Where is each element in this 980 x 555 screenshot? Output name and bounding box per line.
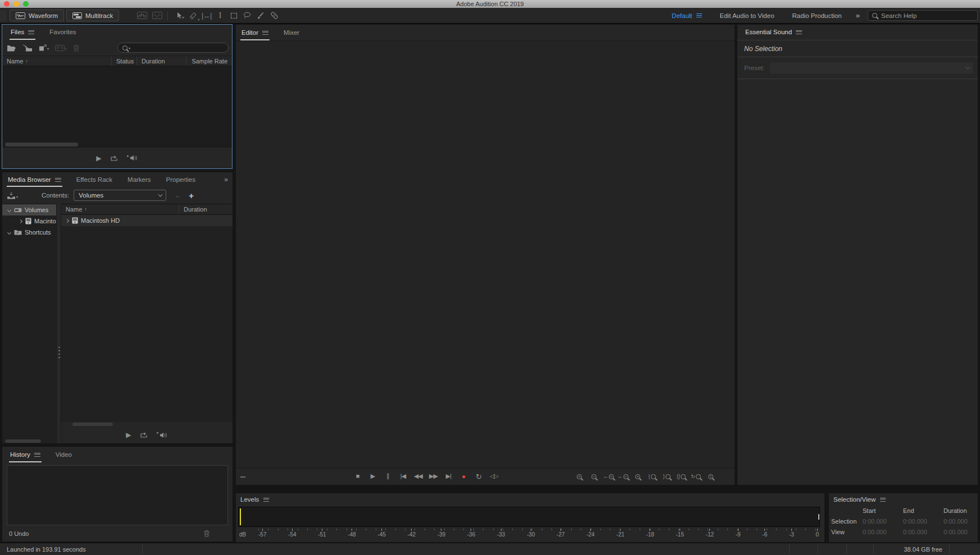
zoom-reset-button[interactable]: ↻ — [690, 474, 702, 479]
column-header-duration[interactable]: Duration — [136, 56, 186, 66]
tree-item-macintosh-hd[interactable]: Macintosh HD — [2, 215, 56, 227]
tab-properties[interactable]: Properties — [165, 173, 197, 187]
tab-media-browser[interactable]: Media Browser — [7, 173, 62, 187]
column-header-status[interactable]: Status — [111, 56, 136, 66]
zoom-in-amplitude-button[interactable]: ↔+ — [602, 474, 614, 479]
tab-essential-sound[interactable]: Essential Sound — [744, 24, 803, 40]
zoom-out-time-button[interactable]: − — [587, 474, 600, 479]
help-search-input[interactable] — [881, 12, 973, 19]
editor-empty-canvas[interactable] — [236, 40, 735, 468]
panel-overflow-button[interactable]: » — [224, 176, 228, 184]
preview-play-button[interactable]: ▶ — [126, 431, 131, 439]
scrollbar-thumb[interactable] — [5, 439, 41, 443]
scrollbar-thumb[interactable] — [72, 423, 113, 426]
import-file-button[interactable] — [22, 44, 33, 52]
selection-end-value[interactable]: 0:00.000 — [903, 516, 943, 526]
column-header-duration[interactable]: Duration — [179, 204, 233, 214]
selection-view-menu-icon[interactable] — [880, 498, 886, 502]
slip-tool-button[interactable]: |↔| — [200, 9, 213, 22]
record-button[interactable]: ● — [458, 473, 470, 481]
tab-video[interactable]: Video — [54, 447, 73, 462]
files-panel-menu-icon[interactable] — [28, 30, 34, 34]
table-row-macintosh-hd[interactable]: Macintosh HD — [61, 215, 233, 226]
loop-playback-button[interactable]: ↻ — [473, 473, 485, 481]
tab-effects-rack[interactable]: Effects Rack — [75, 173, 113, 187]
preview-loop-button[interactable] — [110, 155, 118, 162]
media-list-empty[interactable] — [61, 226, 233, 422]
files-horizontal-scrollbar[interactable] — [2, 141, 232, 147]
tab-editor[interactable]: Editor — [240, 25, 270, 40]
paintbrush-tool-button[interactable] — [254, 9, 267, 22]
workspace-radio-production-button[interactable]: Radio Production — [791, 12, 844, 19]
workspace-edit-audio-to-video-button[interactable]: Edit Audio to Video — [718, 12, 776, 19]
spectral-frequency-display-icon[interactable] — [137, 12, 147, 19]
new-content-button[interactable]: ▾ — [39, 44, 49, 51]
help-search-box[interactable] — [868, 10, 978, 21]
zoom-selected-clips-button[interactable]: + — [631, 474, 644, 479]
zoom-to-in-point-button[interactable]: { — [646, 474, 658, 479]
stop-button[interactable]: ■ — [352, 473, 363, 481]
tree-splitter[interactable] — [56, 204, 61, 443]
auto-play-button[interactable]: ▸ — [157, 432, 168, 438]
move-tool-button[interactable] — [173, 9, 186, 22]
preview-loop-button[interactable] — [140, 432, 148, 438]
zoom-out-full-button[interactable]: I — [704, 474, 717, 479]
view-end-value[interactable]: 0:00.000 — [903, 527, 943, 537]
import-media-button[interactable]: ▾ — [7, 192, 18, 199]
waveform-view-button[interactable]: Waveform — [10, 10, 64, 21]
workspace-overflow-button[interactable]: » — [856, 11, 860, 20]
tree-horizontal-scrollbar[interactable] — [2, 439, 56, 443]
multitrack-view-button[interactable]: Multitrack — [66, 10, 119, 21]
history-panel-menu-icon[interactable] — [34, 453, 40, 457]
zoom-to-out-point-button[interactable]: } — [660, 474, 673, 479]
insert-into-multitrack-button[interactable]: ▾ — [55, 44, 67, 51]
selection-start-value[interactable]: 0:00.000 — [863, 516, 903, 526]
go-to-next-button[interactable]: ▶| — [443, 473, 454, 481]
tree-item-volumes[interactable]: Volumes — [2, 204, 56, 215]
workspace-default-button[interactable]: Default — [670, 12, 703, 19]
pause-button[interactable]: ∥ — [382, 473, 394, 481]
tab-mixer[interactable]: Mixer — [282, 25, 300, 40]
tree-item-shortcuts[interactable]: Shortcuts — [2, 227, 56, 238]
trash-button[interactable] — [73, 44, 80, 52]
tab-history[interactable]: History — [9, 447, 42, 462]
fast-forward-button[interactable]: ▶▶ — [427, 473, 439, 481]
time-selection-tool-button[interactable]: I — [213, 9, 227, 22]
expander-open-icon[interactable] — [7, 230, 11, 234]
navigate-back-button[interactable]: ← — [174, 191, 182, 200]
media-horizontal-scrollbar[interactable] — [61, 422, 233, 426]
auto-play-button[interactable]: ▸ — [127, 155, 138, 161]
levels-menu-icon[interactable] — [263, 498, 269, 502]
razor-tool-button[interactable]: ▾ — [186, 9, 200, 22]
lasso-selection-tool-button[interactable] — [240, 9, 254, 22]
zoom-navigator-handle[interactable] — [240, 476, 245, 478]
selection-duration-value[interactable]: 0:00.000 — [943, 516, 977, 526]
spectral-pitch-display-icon[interactable] — [152, 12, 162, 19]
view-duration-value[interactable]: 0:00.000 — [943, 527, 977, 537]
files-search-caret[interactable]: ▾ — [129, 46, 130, 50]
editor-panel-menu-icon[interactable] — [262, 31, 268, 35]
files-list-empty[interactable] — [2, 66, 232, 141]
open-file-button[interactable] — [7, 44, 16, 52]
zoom-out-amplitude-button[interactable]: ↔− — [617, 474, 629, 479]
workspace-menu-icon[interactable] — [696, 13, 702, 17]
preview-play-button[interactable]: ▶ — [96, 154, 101, 162]
media-browser-menu-icon[interactable] — [55, 178, 61, 182]
scrollbar-thumb[interactable] — [5, 143, 78, 146]
column-header-name[interactable]: Name ↑ — [2, 56, 111, 66]
expander-closed-icon[interactable] — [19, 219, 22, 223]
zoom-to-selection-button[interactable]: {} — [675, 474, 687, 479]
contents-dropdown[interactable]: Volumes — [74, 190, 166, 201]
clear-history-trash-button[interactable] — [203, 530, 210, 537]
history-list-empty[interactable] — [7, 465, 228, 525]
zoom-in-time-button[interactable]: + — [573, 474, 585, 479]
add-shortcut-button[interactable]: + — [189, 191, 194, 200]
expander-open-icon[interactable] — [7, 208, 11, 212]
column-header-name[interactable]: Name ↑ — [61, 206, 179, 213]
tab-favorites[interactable]: Favorites — [48, 24, 77, 40]
rewind-button[interactable]: ◀◀ — [412, 473, 424, 481]
essential-sound-menu-icon[interactable] — [796, 30, 802, 34]
tab-markers[interactable]: Markers — [126, 173, 152, 187]
preset-dropdown[interactable] — [770, 62, 973, 74]
toolbar-grip[interactable] — [1, 10, 7, 21]
